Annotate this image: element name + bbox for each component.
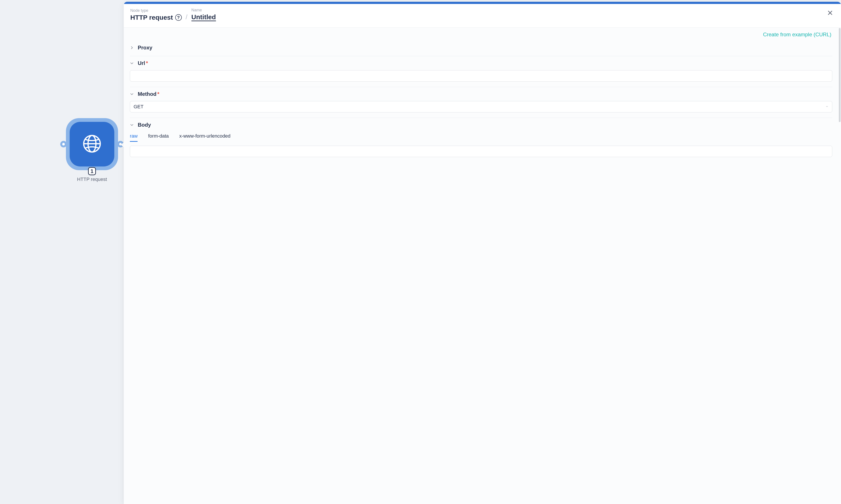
section-proxy-header[interactable]: Proxy — [130, 44, 832, 51]
panel-body: Create from example (CURL) Proxy — [124, 28, 841, 504]
node-type-label: Node type — [130, 8, 182, 13]
section-body-title: Body — [138, 122, 151, 128]
breadcrumb-separator: / — [186, 13, 187, 21]
tab-x-www-form-urlencoded[interactable]: x-www-form-urlencoded — [179, 131, 230, 142]
chevron-down-icon — [130, 123, 134, 127]
name-label: Name — [191, 8, 216, 13]
close-icon: ✕ — [827, 9, 833, 17]
node-config-panel: Node type HTTP request ? / Name Untitled… — [124, 2, 841, 504]
http-request-node[interactable]: 1 HTTP request — [61, 118, 123, 182]
section-method: Method* GET — [130, 87, 832, 118]
section-proxy-title: Proxy — [138, 44, 152, 51]
method-select-value: GET — [134, 104, 143, 110]
node-shell — [66, 118, 118, 170]
section-proxy: Proxy — [130, 41, 832, 56]
body-raw-input[interactable] — [130, 146, 832, 157]
chevron-down-icon — [130, 61, 134, 65]
method-select[interactable]: GET — [130, 101, 832, 112]
panel-accent-bar — [124, 2, 841, 4]
section-url-title: Url* — [138, 60, 148, 66]
section-body: Body raw form-data x-www-form-urlencoded — [130, 118, 832, 162]
section-body-header[interactable]: Body — [130, 122, 832, 128]
create-from-curl-link[interactable]: Create from example (CURL) — [130, 32, 832, 38]
panel-header: Node type HTTP request ? / Name Untitled… — [124, 4, 841, 28]
node-name-input[interactable]: Untitled — [191, 13, 216, 21]
chevron-down-icon — [825, 105, 828, 109]
close-button[interactable]: ✕ — [826, 8, 835, 18]
node-input-port[interactable] — [60, 141, 67, 147]
help-icon[interactable]: ? — [175, 14, 182, 21]
chevron-right-icon — [130, 46, 134, 50]
node-index-badge: 1 — [88, 167, 96, 175]
node-label: HTTP request — [77, 177, 107, 182]
tab-raw[interactable]: raw — [130, 131, 138, 142]
section-method-header[interactable]: Method* — [130, 91, 832, 97]
scrollbar[interactable] — [839, 28, 841, 122]
url-input[interactable] — [130, 70, 832, 82]
body-tabs: raw form-data x-www-form-urlencoded — [130, 131, 832, 142]
globe-icon — [82, 134, 102, 155]
chevron-down-icon — [130, 92, 134, 96]
section-url-header[interactable]: Url* — [130, 60, 832, 66]
section-method-title: Method* — [138, 91, 159, 97]
node-body — [70, 122, 114, 166]
section-url: Url* — [130, 56, 832, 87]
tab-form-data[interactable]: form-data — [148, 131, 169, 142]
node-type-value: HTTP request — [130, 14, 173, 21]
